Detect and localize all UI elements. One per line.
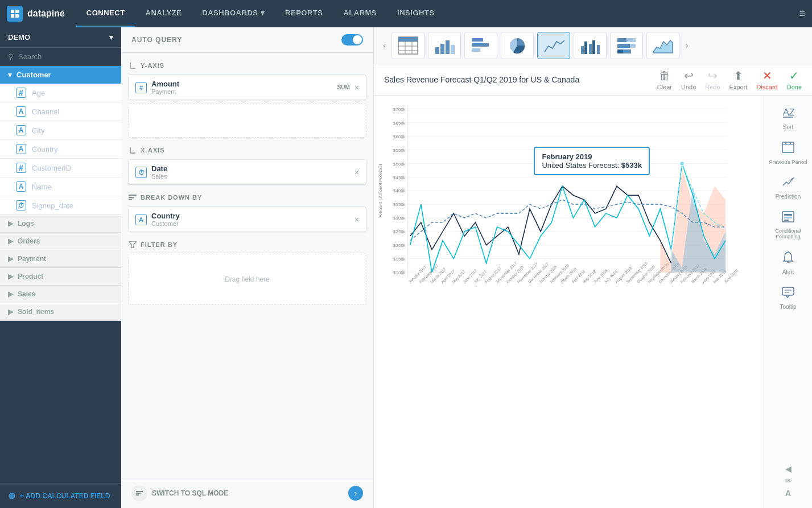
- draw-tool-button[interactable]: ✏: [785, 476, 792, 486]
- svg-rect-30: [472, 48, 480, 52]
- conditional-formatting-button[interactable]: Conditional Formatting: [764, 206, 812, 244]
- prediction-icon: [782, 176, 794, 191]
- text-tool-button[interactable]: A: [785, 489, 791, 498]
- top-nav: datapine CONNECT ANALYZE DASHBOARDS ▾ RE…: [0, 0, 812, 27]
- chevron-right-icon: ▶: [8, 220, 13, 228]
- query-panel: AUTO QUERY Y-AXIS # Amount Paymen: [121, 27, 374, 508]
- hamburger-icon[interactable]: ≡: [799, 8, 805, 20]
- search-icon: ⚲: [8, 52, 14, 61]
- text-icon: A: [16, 125, 26, 135]
- sort-icon: AZ: [782, 106, 794, 121]
- text-icon: A: [16, 181, 26, 192]
- auto-query-toggle[interactable]: [341, 34, 363, 46]
- chevron-right-icon: ▶: [8, 290, 13, 298]
- nav-reports[interactable]: REPORTS: [275, 0, 333, 27]
- chart-type-bar-button[interactable]: [428, 32, 461, 59]
- sidebar-group-payment[interactable]: ▶ Payment: [0, 250, 121, 268]
- sidebar-item-country[interactable]: A Country: [0, 140, 121, 159]
- remove-y-field-button[interactable]: ×: [355, 83, 359, 92]
- nav-alarms[interactable]: ALARMS: [333, 0, 387, 27]
- remove-breakdown-field-button[interactable]: ×: [355, 215, 359, 224]
- collapse-right-button[interactable]: ◀: [785, 464, 792, 473]
- sidebar-item-age[interactable]: # Age: [0, 84, 121, 102]
- search-input[interactable]: [18, 52, 113, 61]
- done-icon: ✓: [789, 69, 799, 82]
- sidebar-item-customerid[interactable]: # CustomerID: [0, 159, 121, 177]
- sql-mode-arrow[interactable]: ›: [348, 486, 363, 501]
- chart-type-bar: ‹: [374, 27, 812, 64]
- done-button[interactable]: ✓ Done: [787, 69, 802, 90]
- filter-icon: [128, 240, 137, 249]
- sidebar-item-channel[interactable]: A Channel: [0, 102, 121, 121]
- chevron-down-icon: ▾: [109, 33, 113, 42]
- filter-section: FILTER BY Drag field here: [128, 240, 366, 305]
- y-axis-label: Y-AXIS: [128, 61, 366, 70]
- svg-text:$550k: $550k: [393, 148, 406, 153]
- sort-button[interactable]: AZ Sort: [764, 101, 812, 135]
- tooltip-button[interactable]: Tooltip: [764, 282, 812, 315]
- sidebar-group-sales[interactable]: ▶ Sales: [0, 286, 121, 303]
- chart-type-hstacked-button[interactable]: [610, 32, 643, 59]
- chart-toolbar: Sales Revenue Forecast Q1/Q2 2019 for US…: [374, 64, 812, 96]
- svg-text:AZ: AZ: [783, 108, 794, 117]
- svg-text:$700k: $700k: [393, 107, 406, 112]
- prediction-button[interactable]: Prediction: [764, 172, 812, 204]
- add-calculated-field-button[interactable]: ⊕ + ADD CALCULATED FIELD: [0, 483, 121, 508]
- svg-rect-109: [784, 214, 792, 216]
- remove-x-field-button[interactable]: ×: [355, 168, 359, 177]
- logo[interactable]: datapine: [7, 6, 65, 22]
- sidebar-group-product[interactable]: ▶ Product: [0, 268, 121, 286]
- sidebar-item-name[interactable]: A Name: [0, 177, 121, 196]
- sidebar-item-city[interactable]: A City: [0, 121, 121, 140]
- sidebar-group-logs[interactable]: ▶ Logs: [0, 215, 121, 233]
- y-axis-drop-zone: [128, 104, 366, 138]
- nav-analyze[interactable]: ANALYZE: [135, 0, 192, 27]
- svg-rect-2: [11, 14, 14, 18]
- nav-dashboards[interactable]: DASHBOARDS ▾: [192, 0, 275, 27]
- chart-type-line-button[interactable]: [537, 32, 570, 59]
- search-box: ⚲: [0, 48, 121, 66]
- redo-button[interactable]: ↪ Redo: [705, 69, 720, 90]
- svg-text:$400k: $400k: [393, 188, 406, 193]
- svg-rect-40: [630, 44, 636, 48]
- svg-point-101: [680, 161, 685, 166]
- svg-rect-8: [129, 195, 137, 196]
- export-button[interactable]: ⬆ Export: [729, 69, 748, 90]
- chart-type-area-button[interactable]: [646, 32, 679, 59]
- svg-rect-28: [472, 38, 483, 42]
- chart-type-pie-button[interactable]: [501, 32, 534, 59]
- undo-button[interactable]: ↩ Undo: [681, 69, 696, 90]
- svg-text:$100k: $100k: [393, 270, 406, 275]
- chart-type-next-button[interactable]: ›: [683, 38, 690, 53]
- nav-connect[interactable]: CONNECT: [76, 0, 135, 27]
- sidebar-item-signup-date[interactable]: ⏱ Signup_date: [0, 196, 121, 215]
- auto-query-bar: AUTO QUERY: [121, 27, 373, 53]
- chart-type-hbar-button[interactable]: [464, 32, 497, 59]
- demo-selector[interactable]: DEMO ▾: [0, 27, 121, 48]
- chevron-right-icon: ▶: [8, 255, 13, 263]
- switch-to-sql-button[interactable]: SWITCH TO SQL MODE: [131, 485, 228, 501]
- previous-period-icon: [782, 142, 794, 156]
- svg-text:$650k: $650k: [393, 121, 406, 126]
- nav-items: CONNECT ANALYZE DASHBOARDS ▾ REPORTS ALA…: [76, 0, 799, 27]
- svg-rect-32: [581, 46, 584, 54]
- chart-type-prev-button[interactable]: ‹: [381, 38, 388, 53]
- previous-period-button[interactable]: Previous Period: [764, 137, 812, 170]
- chevron-right-icon: ▶: [8, 308, 13, 316]
- nav-insights[interactable]: INSIGHTS: [387, 0, 444, 27]
- sidebar-group-orders[interactable]: ▶ Orders: [0, 233, 121, 250]
- clear-button[interactable]: 🗑 Clear: [657, 69, 672, 90]
- sidebar-group-sold-items[interactable]: ▶ Sold_items: [0, 303, 121, 321]
- chart-title: Sales Revenue Forecast Q1/Q2 2019 for US…: [384, 75, 579, 84]
- chart-type-grouped-bar-button[interactable]: [574, 32, 607, 59]
- sidebar-group-items-customer: # Age A Channel A City A Country: [0, 84, 121, 215]
- text-icon: A: [135, 214, 147, 225]
- chart-type-table-button[interactable]: [391, 32, 424, 59]
- svg-rect-12: [136, 491, 143, 492]
- svg-rect-111: [784, 220, 789, 221]
- sidebar-group-header-customer[interactable]: ▾ Customer: [0, 66, 121, 84]
- svg-rect-36: [597, 45, 600, 54]
- alert-button[interactable]: Alert: [764, 246, 812, 280]
- svg-rect-22: [405, 37, 412, 42]
- discard-button[interactable]: ✕ Discard: [756, 69, 777, 90]
